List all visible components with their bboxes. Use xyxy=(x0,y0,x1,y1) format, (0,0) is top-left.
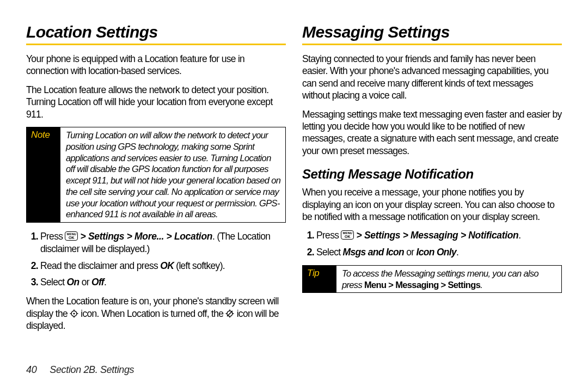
manual-page: Location Settings Your phone is equipped… xyxy=(0,0,588,392)
notification-steps: Press MENUOK > Settings > Messaging > No… xyxy=(302,229,562,259)
location-on-icon xyxy=(70,309,78,318)
messaging-notification-desc: When you receive a message, your phone n… xyxy=(302,186,562,223)
messaging-intro-2: Messaging settings make text messaging e… xyxy=(302,108,562,157)
two-column-layout: Location Settings Your phone is equipped… xyxy=(26,23,562,360)
subheading-message-notification: Setting Message Notification xyxy=(302,167,562,182)
location-steps: Press MENUOK > Settings > More... > Loca… xyxy=(26,230,286,289)
note-label: Note xyxy=(27,127,60,222)
location-step-1: Press MENUOK > Settings > More... > Loca… xyxy=(40,230,286,255)
menu-ok-key-icon: MENUOK xyxy=(65,231,78,241)
messaging-intro-1: Staying connected to your friends and fa… xyxy=(302,53,562,102)
notification-step-1: Press MENUOK > Settings > Messaging > No… xyxy=(316,229,562,242)
heading-messaging-settings: Messaging Settings xyxy=(302,23,562,41)
location-icon-paragraph: When the Location feature is on, your ph… xyxy=(26,295,286,332)
heading-rule xyxy=(302,44,562,45)
svg-point-1 xyxy=(74,313,75,314)
menu-ok-key-icon: MENUOK xyxy=(341,230,354,240)
location-step-3: Select On or Off. xyxy=(40,276,286,289)
note-body: Turning Location on will allow the netwo… xyxy=(60,127,285,222)
location-intro-2: The Location feature allows the network … xyxy=(26,84,286,120)
location-step-2: Read the disclaimer and press OK (left s… xyxy=(40,260,286,272)
heading-location-settings: Location Settings xyxy=(26,23,286,41)
page-number: 40 xyxy=(26,364,36,376)
note-callout: Note Turning Location on will allow the … xyxy=(26,127,286,223)
tip-callout: Tip To access the Messaging settings men… xyxy=(302,265,562,293)
right-column: Messaging Settings Staying connected to … xyxy=(302,23,562,360)
page-footer: 40 Section 2B. Settings xyxy=(26,364,562,376)
notification-step-2: Select Msgs and Icon or Icon Only. xyxy=(316,246,562,259)
tip-body: To access the Messaging settings menu, y… xyxy=(336,266,561,293)
left-column: Location Settings Your phone is equipped… xyxy=(26,23,286,360)
location-intro-1: Your phone is equipped with a Location f… xyxy=(26,53,286,77)
heading-rule xyxy=(26,44,286,45)
tip-label: Tip xyxy=(303,266,336,293)
section-label: Section 2B. Settings xyxy=(50,364,134,376)
location-off-icon xyxy=(225,309,234,318)
